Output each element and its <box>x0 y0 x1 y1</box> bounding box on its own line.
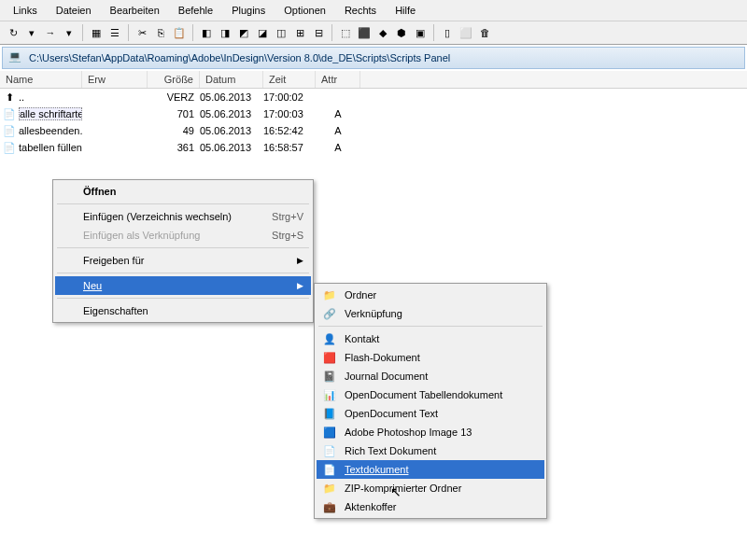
submenu-label: Adobe Photoshop Image 13 <box>345 427 472 438</box>
header-attr[interactable]: Attr <box>316 71 360 88</box>
menu-rechts[interactable]: Rechts <box>335 2 386 19</box>
tool-icon[interactable]: ◆ <box>374 24 391 41</box>
file-size: 701 <box>148 108 200 119</box>
file-size: VERZ <box>148 91 200 103</box>
file-icon: 📄 <box>2 123 17 138</box>
copy-icon[interactable]: ⎘ <box>152 24 169 41</box>
contact-icon: 👤 <box>322 331 337 346</box>
tool-icon[interactable]: ⬛ <box>356 24 373 41</box>
submenu-item[interactable]: 📄Textdokument <box>317 460 544 479</box>
menu-plugins[interactable]: Plugins <box>222 2 275 19</box>
submenu-label: Verknüpfung <box>345 308 402 319</box>
submenu-item[interactable]: 💼Aktenkoffer <box>317 497 544 516</box>
menu-links[interactable]: Links <box>4 2 47 19</box>
file-row[interactable]: 📄 alle schriftarten.jsx 701 05.06.2013 1… <box>0 105 747 122</box>
file-time: 16:58:57 <box>263 142 316 153</box>
file-time: 17:00:03 <box>263 108 316 119</box>
submenu-label: OpenDocument Text <box>345 408 438 419</box>
column-headers: Name Erw Größe Datum Zeit Attr <box>0 71 747 89</box>
tool-icon[interactable]: 🗑 <box>476 24 493 41</box>
brief-icon: 💼 <box>322 499 337 514</box>
submenu-item[interactable]: 📁ZIP-komprimierter Ordner <box>317 479 544 497</box>
dropdown-icon[interactable]: ▾ <box>23 24 40 41</box>
tool-icon[interactable]: ⬚ <box>337 24 354 41</box>
menu-properties[interactable]: Eigenschaften <box>55 301 311 320</box>
header-ext[interactable]: Erw <box>82 71 148 88</box>
tool-icon[interactable]: ▣ <box>412 24 429 41</box>
tool-icon[interactable]: ▯ <box>439 24 456 41</box>
tool-icon[interactable]: ◩ <box>235 24 252 41</box>
file-date: 05.06.2013 <box>200 125 263 136</box>
submenu-item[interactable]: 🔗Verknüpfung <box>317 304 544 323</box>
context-submenu-new: 📁Ordner🔗Verknüpfung👤Kontakt🟥Flash-Dokume… <box>314 283 547 519</box>
file-attr: A <box>316 125 360 136</box>
submenu-item[interactable]: 📓Journal Document <box>317 367 544 385</box>
submenu-label: Aktenkoffer <box>345 501 396 512</box>
submenu-item[interactable]: 📄Rich Text Dokument <box>317 441 544 460</box>
tool-icon[interactable]: ⬜ <box>458 24 474 41</box>
file-list: ⬆ .. VERZ 05.06.2013 17:00:02 📄 alle sch… <box>0 89 747 156</box>
tool-icon[interactable]: ◫ <box>273 24 289 41</box>
menu-paste[interactable]: Einfügen (Verzeichnis wechseln)Strg+V <box>55 207 311 226</box>
path-bar[interactable]: 💻 C:\Users\Stefan\AppData\Roaming\Adobe\… <box>2 47 745 69</box>
odt-icon: 📘 <box>322 406 337 421</box>
file-size: 361 <box>148 142 200 153</box>
header-time[interactable]: Zeit <box>263 71 316 88</box>
submenu-item[interactable]: 📘OpenDocument Text <box>317 404 544 423</box>
file-row[interactable]: ⬆ .. VERZ 05.06.2013 17:00:02 <box>0 89 747 105</box>
submenu-item[interactable]: 🟦Adobe Photoshop Image 13 <box>317 423 544 441</box>
submenu-item[interactable]: 📊OpenDocument Tabellendokument <box>317 385 544 404</box>
txt-icon: 📄 <box>322 462 337 477</box>
submenu-item[interactable]: 🟥Flash-Dokument <box>317 348 544 367</box>
menu-optionen[interactable]: Optionen <box>275 2 335 19</box>
menu-bearbeiten[interactable]: Bearbeiten <box>101 2 169 19</box>
list-icon[interactable]: ☰ <box>106 24 123 41</box>
refresh-icon[interactable]: ↻ <box>5 24 21 41</box>
file-row[interactable]: 📄 allesbeenden.jsx 49 05.06.2013 16:52:4… <box>0 122 747 139</box>
tool-icon[interactable]: ⊞ <box>291 24 308 41</box>
submenu-label: ZIP-komprimierter Ordner <box>345 483 461 494</box>
file-time: 16:52:42 <box>263 125 316 136</box>
menu-hilfe[interactable]: Hilfe <box>386 2 425 19</box>
tool-icon[interactable]: ◪ <box>254 24 271 41</box>
ods-icon: 📊 <box>322 387 337 402</box>
link-icon: 🔗 <box>322 306 337 321</box>
forward-icon[interactable]: → <box>42 24 59 41</box>
tool-icon[interactable]: ⬢ <box>393 24 410 41</box>
file-date: 05.06.2013 <box>200 108 263 119</box>
paste-icon[interactable]: 📋 <box>171 24 188 41</box>
tool-icon[interactable]: ◨ <box>217 24 233 41</box>
grid-icon[interactable]: ▦ <box>88 24 105 41</box>
submenu-item[interactable]: 👤Kontakt <box>317 329 544 348</box>
file-date: 05.06.2013 <box>200 142 263 153</box>
flash-icon: 🟥 <box>322 350 337 365</box>
menu-open[interactable]: Öffnen <box>55 182 311 201</box>
submenu-label: Ordner <box>345 289 376 301</box>
tool-icon[interactable]: ⊟ <box>310 24 327 41</box>
header-name[interactable]: Name <box>0 71 82 88</box>
file-row[interactable]: 📄 tabellen füllen.jsx 361 05.06.2013 16:… <box>0 139 747 156</box>
file-icon: ⬆ <box>2 90 17 105</box>
file-name: tabellen füllen.jsx <box>19 142 82 153</box>
zip-icon: 📁 <box>322 481 337 496</box>
cut-icon[interactable]: ✂ <box>134 24 150 41</box>
menu-befehle[interactable]: Befehle <box>169 2 222 19</box>
submenu-label: Textdokument <box>345 464 408 475</box>
path-text: C:\Users\Stefan\AppData\Roaming\Adobe\In… <box>29 52 450 63</box>
psd-icon: 🟦 <box>322 425 337 440</box>
header-date[interactable]: Datum <box>200 71 263 88</box>
submenu-label: OpenDocument Tabellendokument <box>345 389 502 400</box>
menu-paste-link: Einfügen als VerknüpfungStrg+S <box>55 226 311 245</box>
dropdown-icon[interactable]: ▾ <box>61 24 78 41</box>
menu-new[interactable]: Neu▶ <box>55 276 311 295</box>
menu-dateien[interactable]: Dateien <box>47 2 101 19</box>
drive-icon: 💻 <box>8 50 23 65</box>
submenu-item[interactable]: 📁Ordner <box>317 286 544 304</box>
file-time: 17:00:02 <box>263 91 316 103</box>
submenu-label: Flash-Dokument <box>345 352 420 363</box>
file-name: alle schriftarten.jsx <box>19 107 82 120</box>
tool-icon[interactable]: ◧ <box>198 24 215 41</box>
file-attr: A <box>316 142 360 153</box>
header-size[interactable]: Größe <box>148 71 200 88</box>
menu-share[interactable]: Freigeben für▶ <box>55 251 311 270</box>
